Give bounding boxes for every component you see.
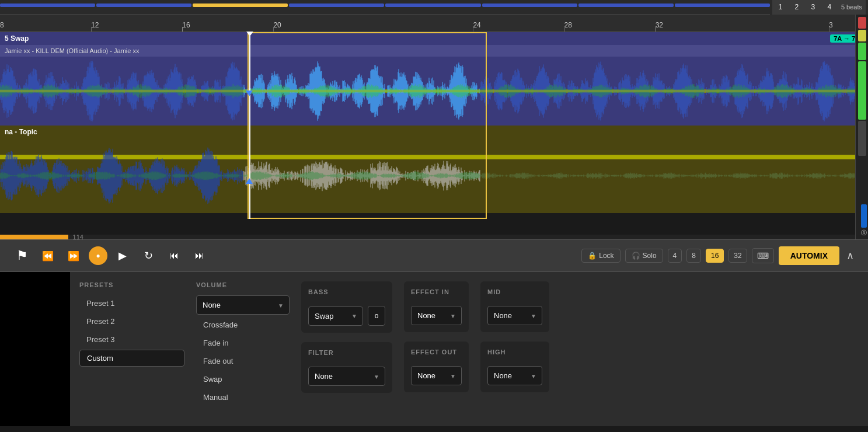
bottom-panel: PRESETS Preset 1 Preset 2 Preset 3 Custo… (0, 272, 868, 426)
effect-in-title: EFFECT IN (411, 288, 462, 295)
high-block: HIGH None Swap Fade in Fade out (480, 342, 549, 392)
beat-size-8-button[interactable]: 8 (686, 249, 701, 263)
beat-btn-3[interactable]: 3 (805, 0, 821, 15)
effect-out-block: EFFECT OUT None Echo Filter Flanger (404, 342, 469, 392)
headphones-icon: 🎧 (632, 252, 640, 260)
progress-fill (0, 235, 68, 239)
preset-3-item[interactable]: Preset 3 (79, 332, 184, 347)
mid-title: MID (487, 288, 542, 295)
volume-select[interactable]: None Crossfade Fade in Fade out Swap Man… (196, 295, 290, 315)
track-2-label-bar: na - Topic (0, 126, 868, 138)
high-select[interactable]: None Swap Fade in Fade out (487, 366, 542, 385)
filter-dropdown-wrapper[interactable]: None Fade in Fade out Swap (308, 367, 385, 386)
filter-block: FILTER None Fade in Fade out Swap (301, 342, 392, 393)
effect-out-dropdown-wrapper[interactable]: None Echo Filter Flanger (411, 366, 462, 385)
effect-in-dropdown-wrapper[interactable]: None Echo Filter Flanger (411, 306, 462, 325)
track-1-label: 5 Swap (5, 34, 29, 43)
beat-markers-bar: 1 2 3 4 5 beats (0, 0, 868, 15)
effect-out-select[interactable]: None Echo Filter Flanger (411, 366, 462, 385)
fast-forward-button[interactable]: ⏩ (63, 245, 84, 266)
vol-seg-green1 (858, 43, 866, 60)
play-button[interactable]: ▶ (112, 245, 133, 266)
track-1-song: Jamie xx - KILL DEM (Official Audio) - J… (5, 47, 139, 54)
progress-time: 114 (73, 234, 849, 239)
volume-title: VOLUME (196, 281, 290, 288)
transport-bar: ⚑ ⏪ ⏩ ● ▶ ↻ ⏮ ⏭ 🔒 Lock 🎧 Solo 4 8 16 32 … (0, 239, 868, 272)
timeline-ruler: 8 12 16 20 24 28 32 3 (0, 15, 868, 32)
beat-btn-4[interactable]: 4 (821, 0, 838, 15)
high-title: HIGH (487, 349, 542, 356)
automix-settings: PRESETS Preset 1 Preset 2 Preset 3 Custo… (70, 272, 868, 426)
presets-section: PRESETS Preset 1 Preset 2 Preset 3 Custo… (79, 281, 184, 417)
beat-size-32-button[interactable]: 32 (728, 249, 747, 263)
bass-row: Swap None Fade in Fade out o (308, 306, 385, 326)
beat-btn-2[interactable]: 2 (789, 0, 805, 15)
playhead-top (246, 32, 253, 36)
lock-button[interactable]: 🔒 Lock (581, 249, 620, 263)
timeline-wrapper: 8 12 16 20 24 28 32 3 5 Swap 7A → 7A (0, 15, 868, 239)
preset-1-item[interactable]: Preset 1 (79, 295, 184, 311)
preset-2-item[interactable]: Preset 2 (79, 313, 184, 329)
volume-swap-option[interactable]: Swap (196, 371, 290, 387)
volume-fadein-option[interactable]: Fade in (196, 335, 290, 351)
mid-select[interactable]: None Swap Fade in Fade out (487, 306, 542, 325)
volume-right-bar: Ⓐ (855, 15, 868, 239)
track-1-label-bar: 5 Swap 7A → 7A (0, 32, 868, 45)
effect-in-select[interactable]: None Echo Filter Flanger (411, 306, 462, 325)
skip-back-button[interactable]: ⏮ (163, 245, 184, 266)
high-dropdown-wrapper[interactable]: None Swap Fade in Fade out (487, 366, 542, 385)
record-circle-button[interactable]: ● (89, 246, 107, 265)
bass-dropdown-wrapper[interactable]: Swap None Fade in Fade out (308, 306, 363, 326)
beats-label: 5 beats (838, 0, 866, 15)
volume-dropdown-wrapper[interactable]: None Crossfade Fade in Fade out Swap Man… (196, 295, 290, 315)
solo-button[interactable]: 🎧 Solo (625, 249, 663, 263)
automix-icon: Ⓐ (861, 229, 867, 237)
beat-controls-right: 1 2 3 4 5 beats (770, 0, 868, 15)
collapse-button[interactable]: ∧ (844, 247, 856, 264)
effect-out-title: EFFECT OUT (411, 349, 462, 356)
mid-block: MID None Swap Fade in Fade out (480, 281, 549, 332)
vol-scrollbar-thumb[interactable] (861, 204, 867, 228)
loop-button[interactable]: ↻ (138, 245, 159, 266)
playhead-bottom-arrow (246, 178, 253, 184)
track-1[interactable]: 5 Swap 7A → 7A Jamie xx - KILL DEM (Offi… (0, 32, 868, 126)
lock-icon: 🔒 (588, 252, 597, 260)
filter-select[interactable]: None Fade in Fade out Swap (308, 367, 385, 386)
lock-label: Lock (599, 252, 613, 260)
track-2-label: na - Topic (5, 128, 37, 136)
presets-title: PRESETS (79, 281, 184, 288)
volume-crossfade-option[interactable]: Crossfade (196, 317, 290, 333)
beat-btn-1[interactable]: 1 (772, 0, 789, 15)
bass-select[interactable]: Swap None Fade in Fade out (308, 306, 363, 326)
mid-dropdown-wrapper[interactable]: None Swap Fade in Fade out (487, 306, 542, 325)
track-2-waveform (0, 138, 855, 213)
preset-custom-item[interactable]: Custom (79, 350, 184, 367)
filter-title: FILTER (308, 349, 385, 356)
volume-section: VOLUME None Crossfade Fade in Fade out S… (196, 281, 290, 417)
vol-seg-yellow (858, 30, 866, 41)
bass-title: BASS (308, 288, 385, 295)
volume-manual-option[interactable]: Manual (196, 389, 290, 405)
bass-filter-col: BASS Swap None Fade in Fade out o FILT (301, 281, 392, 417)
effect-col: EFFECT IN None Echo Filter Flanger EFFEC… (404, 281, 469, 417)
automix-button[interactable]: AUTOMIX (779, 246, 839, 265)
record-button[interactable]: ⚑ (12, 245, 33, 266)
volume-fadeout-option[interactable]: Fade out (196, 353, 290, 369)
effect-in-block: EFFECT IN None Echo Filter Flanger (404, 281, 469, 332)
mid-high-col: MID None Swap Fade in Fade out HIGH None (480, 281, 549, 417)
track-2[interactable]: na - Topic (0, 126, 868, 213)
skip-forward-button[interactable]: ⏭ (189, 245, 210, 266)
beat-size-4-button[interactable]: 4 (668, 249, 682, 263)
vol-seg-green2 (858, 61, 866, 120)
beat-markers-scroll (0, 0, 770, 14)
rewind-button[interactable]: ⏪ (37, 245, 58, 266)
bass-block: BASS Swap None Fade in Fade out o (301, 281, 392, 333)
track-1-waveform (0, 57, 855, 126)
keyboard-button[interactable]: ⌨ (752, 248, 774, 263)
playhead (249, 32, 250, 219)
beat-size-16-button[interactable]: 16 (706, 249, 724, 263)
solo-label: Solo (643, 252, 657, 260)
thumbnail-area (0, 272, 70, 426)
bass-eq-button[interactable]: o (368, 306, 385, 326)
playhead-mid-arrow (246, 90, 253, 96)
